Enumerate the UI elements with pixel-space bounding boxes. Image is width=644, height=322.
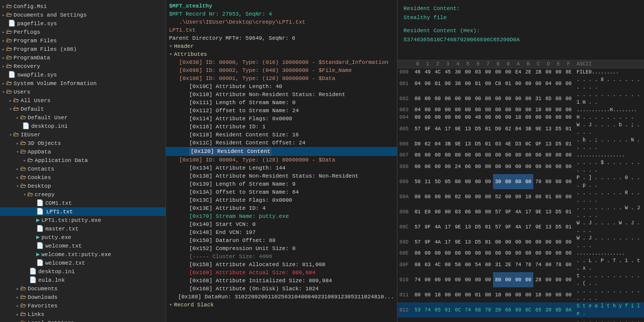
hex-byte: 01 xyxy=(564,204,574,219)
hex-byte: 00 xyxy=(543,234,553,250)
tree-item-default[interactable]: ▾ 🗁 Default xyxy=(0,105,166,113)
col-header-E: E xyxy=(553,60,564,68)
col-header-3: 3 xyxy=(443,60,453,68)
hex-row-label: 012 xyxy=(397,302,413,317)
tree-item-programfiles[interactable]: ▸ 🗁 Program Files xyxy=(0,36,166,45)
hex-byte: 00 xyxy=(513,317,523,322)
tree-item-eulalnk[interactable]: 📄 eula.lnk xyxy=(0,276,166,284)
folder-icon: 🗁 xyxy=(6,11,12,19)
hex-byte: 30 xyxy=(453,68,463,76)
tree-item-swapfile[interactable]: 📄 swapfile.sys xyxy=(0,70,166,79)
tree-item-lpt1txt[interactable]: 📄 LPT1.txt xyxy=(0,207,166,216)
tree-item-localsettings[interactable]: ▸ 🗁 Local Settings xyxy=(0,318,166,322)
expand-arrow: ▸ xyxy=(2,4,5,10)
hex-byte: 00 xyxy=(533,151,543,159)
hex-byte: 20 xyxy=(543,302,553,317)
hex-byte: 00 xyxy=(503,250,513,257)
hex-byte: 00 xyxy=(523,151,533,159)
hex-byte: 13 xyxy=(543,136,553,151)
hex-byte: 00 xyxy=(543,114,553,121)
folder-icon: 🗁 xyxy=(20,182,26,190)
folder-icon: 🗁 xyxy=(6,28,12,36)
tree-label: Default User xyxy=(28,115,67,121)
hex-row-label: 000 xyxy=(397,68,413,76)
hex-byte: 00 xyxy=(493,106,503,114)
tree-item-recovery[interactable]: ▸ 🗁 Recovery xyxy=(0,62,166,70)
tree-item-mastertxt[interactable]: 📄 master.txt xyxy=(0,224,166,233)
file-tree-panel[interactable]: ▸ 🗁 Config.Msi ▸ 🗁 Documents and Setting… xyxy=(0,0,166,322)
tree-item-programfilesx86[interactable]: ▸ 🗁 Program Files (x86) xyxy=(0,45,166,53)
hex-byte: 0D xyxy=(553,302,564,317)
hex-byte: 00 xyxy=(553,76,564,91)
tree-item-desktopini[interactable]: 📄 desktop.ini xyxy=(0,122,166,130)
mft-line-18: [0x108] ID: 00004, Type: (128) 80000000 … xyxy=(166,156,397,164)
hex-byte: 01 xyxy=(483,219,493,234)
tree-item-ieuser[interactable]: ▾ 🗁 IEUser xyxy=(0,130,166,139)
tree-item-welcometxt[interactable]: 📄 welcome.txt xyxy=(0,242,166,250)
tree-item-applicationdata[interactable]: ▸ 🗁 Application Data xyxy=(0,156,166,165)
hex-byte: 62 xyxy=(423,136,433,151)
hex-byte: 00 xyxy=(543,257,553,272)
tree-item-links[interactable]: ▸ 🗁 Links xyxy=(0,310,166,318)
file-icon: 📄 xyxy=(29,276,37,284)
mft-line-32: [0x160] Attribute Actual Size: 809,984 xyxy=(166,269,397,277)
tree-label: Links xyxy=(28,311,44,317)
hex-ascii: . . . . . . . . R . . . . . . xyxy=(574,189,644,204)
tree-item-desktop[interactable]: ▾ 🗁 Desktop xyxy=(0,182,166,190)
tree-item-creepy[interactable]: ▾ 🗁 creepy xyxy=(0,190,166,199)
folder-icon: 🗁 xyxy=(13,131,19,138)
hex-byte: 00 xyxy=(463,106,473,114)
hex-byte: 31 xyxy=(493,257,503,272)
hex-byte: 00 xyxy=(433,204,443,219)
hex-ascii: P . ] . . . . . 0 . . . p . . xyxy=(574,174,644,189)
tree-item-lpt1exe[interactable]: ▶ LPT1.txt:putty.exe xyxy=(0,216,166,224)
tree-item-com1txt[interactable]: 📄 COM1.txt xyxy=(0,199,166,207)
hex-byte: 00 xyxy=(543,287,553,302)
hex-byte: 00 xyxy=(513,174,523,189)
hex-byte: 00 xyxy=(543,151,553,159)
tree-item-documents[interactable]: ▸ 🗁 Documents xyxy=(0,284,166,293)
tree-item-docs[interactable]: ▸ 🗁 Documents and Settings xyxy=(0,11,166,19)
hex-byte: 00 xyxy=(564,151,574,159)
mft-line-24: [0x13E] Attribute ID: 4 xyxy=(166,204,397,212)
tree-item-allusers[interactable]: ▸ 🗁 All Users xyxy=(0,96,166,105)
tree-item-cookies[interactable]: ▸ 🗁 Cookies xyxy=(0,173,166,182)
tree-item-desktopini2[interactable]: 📄 desktop.ini xyxy=(0,267,166,276)
tree-item-sysvolinfo[interactable]: ▸ 🗁 System Volume Information xyxy=(0,79,166,88)
hex-byte: 05 xyxy=(443,174,453,189)
tree-item-config[interactable]: ▸ 🗁 Config.Msi xyxy=(0,2,166,11)
folder-icon: 🗁 xyxy=(20,174,26,181)
tree-item-contacts[interactable]: ▸ 🗁 Contacts xyxy=(0,165,166,173)
tree-item-appdata[interactable]: ▾ 🗁 AppData xyxy=(0,147,166,156)
tree-item-users[interactable]: ▾ 🗁 Users xyxy=(0,88,166,96)
hex-byte: 6C xyxy=(523,302,533,317)
tree-item-perflogs[interactable]: ▸ 🗁 PerfLogs xyxy=(0,28,166,36)
tree-item-programdata[interactable]: ▸ 🗁 ProgramData xyxy=(0,53,166,62)
tree-item-welcome2txt[interactable]: 📄 welcome2.txt xyxy=(0,259,166,267)
hex-byte: 00 xyxy=(473,189,483,204)
resident-label: Resident Content: xyxy=(404,4,638,13)
tree-label: Documents xyxy=(28,286,57,292)
tree-label: welcome.txt:putty.exe xyxy=(41,252,111,258)
tree-item-3dobjects[interactable]: ▸ 🗁 3D Objects xyxy=(0,139,166,147)
hex-ascii: . . . . 8 . . . . . . . . . . xyxy=(574,76,644,91)
tree-item-welcomeputty[interactable]: ▶ welcome.txt:putty.exe xyxy=(0,250,166,259)
tree-item-puttyexe[interactable]: ▶ putty.exe xyxy=(0,233,166,242)
hex-byte: 17 xyxy=(443,121,453,136)
hex-byte: 00 xyxy=(443,272,453,287)
hex-byte: 00 xyxy=(423,287,433,302)
mft-line-10: [0x110] Attribute Non-Resident Status: R… xyxy=(166,91,397,99)
hex-byte: 00 xyxy=(523,76,533,91)
tree-label: creepy xyxy=(35,192,55,198)
tree-item-pagefile[interactable]: 📄 pagefile.sys xyxy=(0,19,166,28)
hex-byte: 00 xyxy=(463,272,473,287)
hex-row-00F: 00F08034C0050005400312E747874007800. . L… xyxy=(397,257,644,272)
hex-byte: 00 xyxy=(513,234,523,250)
tree-item-downloads[interactable]: ▸ 🗁 Downloads xyxy=(0,293,166,301)
folder-icon: 🗁 xyxy=(13,105,19,113)
hex-row-009: 00950115D05000000003000000070000000P . ]… xyxy=(397,174,644,189)
tree-item-defaultuser[interactable]: ▸ 🗁 Default User xyxy=(0,113,166,122)
hex-byte: 18 xyxy=(523,189,533,204)
hex-byte: 00 xyxy=(503,189,513,204)
tree-item-favorites[interactable]: ▸ 🗁 Favorites xyxy=(0,301,166,310)
